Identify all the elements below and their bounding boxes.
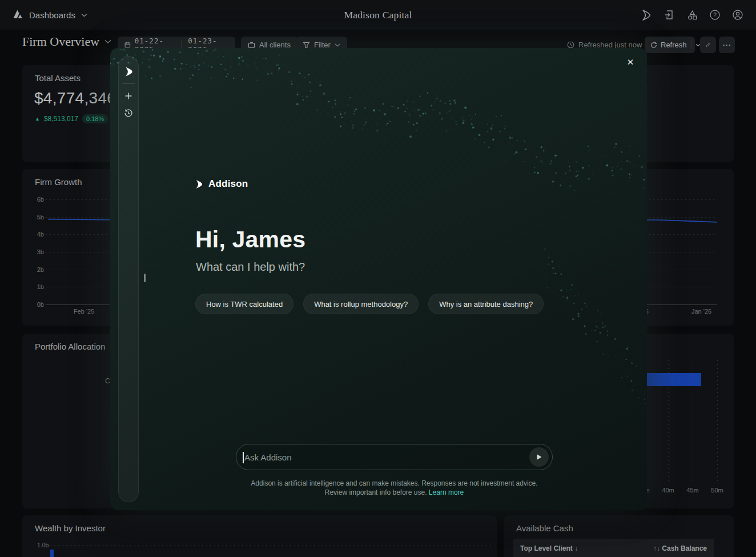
scrollbar-thumb[interactable] <box>144 274 146 282</box>
modal-sidebar <box>118 56 139 502</box>
ai-disclaimer: Addison is artificial intelligence and c… <box>236 479 553 497</box>
close-icon[interactable]: ✕ <box>624 56 637 69</box>
send-arrow-icon <box>536 454 542 460</box>
addison-modal: ✕ Addison Hi, James What can I help with… <box>110 48 647 510</box>
app-root: Madison Capital Dashboards ? <box>0 0 756 557</box>
greeting-subtitle: What can I help with? <box>196 261 305 274</box>
ask-addison-inputbox <box>236 444 553 470</box>
history-icon[interactable] <box>121 106 136 121</box>
suggestion-chip-twr[interactable]: How is TWR calculated <box>195 294 293 314</box>
divider <box>122 83 135 84</box>
suggestion-chips: How is TWR calculated What is rollup met… <box>195 294 544 314</box>
addison-brand-label: Addison <box>208 178 248 190</box>
disclaimer-line1: Addison is artificial intelligence and c… <box>251 479 537 487</box>
suggestion-chip-attribute[interactable]: Why is an attribute dashing? <box>428 294 544 314</box>
ask-addison-input[interactable] <box>236 452 529 462</box>
addison-brandmark: Addison <box>194 178 248 190</box>
greeting-text: Hi, James <box>195 226 305 253</box>
new-chat-icon[interactable] <box>121 89 136 103</box>
addison-logo-icon[interactable] <box>121 64 136 79</box>
disclaimer-line2: Review important info before use. <box>325 488 427 496</box>
learn-more-link[interactable]: Learn more <box>429 488 464 496</box>
send-button[interactable] <box>529 447 549 467</box>
particle-wave-decoration <box>110 48 647 510</box>
text-cursor <box>243 452 244 463</box>
suggestion-chip-rollup[interactable]: What is rollup methodology? <box>303 294 419 314</box>
addison-logo-icon <box>194 179 204 189</box>
